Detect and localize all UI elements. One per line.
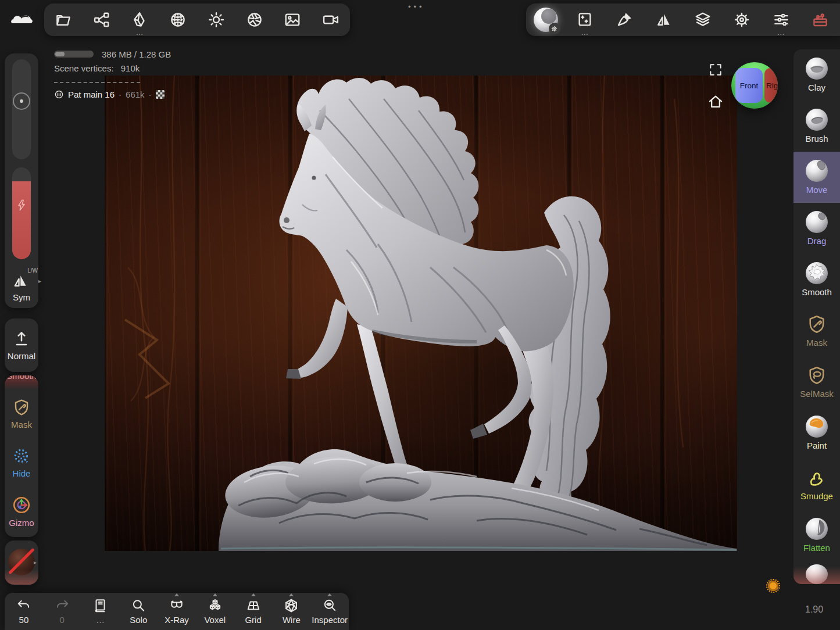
drag-label: Drag (807, 236, 827, 246)
move-label: Move (806, 185, 828, 195)
layer-dot2: · (149, 90, 152, 99)
stroke-normal-button[interactable]: Normal (5, 318, 38, 372)
zoom-level: 1.90 (805, 604, 823, 615)
left-slider-panel: L/W ▸ Sym (5, 53, 38, 308)
tool-mask-right[interactable]: Mask (793, 305, 840, 356)
gizmo-right-label: Right (766, 81, 778, 90)
orange-gear-dot[interactable] (768, 581, 778, 591)
tool-gizmo[interactable]: Gizmo (5, 487, 38, 536)
nomad-sculpt-app: … ••• (0, 0, 840, 630)
image-icon[interactable] (274, 3, 312, 36)
gizmo-right-face[interactable]: Right (764, 68, 778, 103)
grid-label: Grid (245, 615, 261, 625)
multitask-indicator[interactable]: ••• (408, 2, 425, 11)
aperture-icon[interactable] (235, 3, 274, 36)
wireframe-icon (284, 598, 299, 613)
layer-row[interactable]: Pat main 16 · 661k · (54, 90, 171, 99)
bottom-toolbar: 50 0 … Solo X-Ray Voxel Grid (5, 593, 349, 630)
undo-button[interactable]: 50 (5, 593, 43, 630)
tool-brush[interactable]: Brush (793, 101, 840, 152)
material-sphere-icon[interactable] (526, 3, 566, 36)
gizmo-front-face[interactable]: Front (735, 68, 763, 103)
tool-clay[interactable]: Clay (793, 49, 840, 101)
brush-label: Brush (805, 134, 828, 144)
clay-label: Clay (808, 83, 825, 92)
app-logo-icon[interactable] (8, 9, 35, 28)
paint-sphere-icon (806, 416, 828, 438)
horse-sculpture-scene (105, 76, 737, 551)
tool-smooth-clipped[interactable]: Smooth (5, 375, 38, 389)
lighting-sun-icon[interactable] (197, 3, 235, 36)
brush-intensity-slider[interactable] (12, 167, 31, 259)
flatten-sphere-icon (806, 518, 828, 540)
tool-list: Clay Brush Move Drag Smooth (793, 49, 840, 584)
lightning-icon (15, 198, 28, 213)
stamps-more-dots: … (581, 30, 589, 35)
layer-vertices: 661k (126, 90, 145, 99)
undo-arrow-icon (16, 598, 31, 613)
smooth-sphere-icon (806, 262, 828, 284)
mask-label: Mask (11, 420, 32, 429)
top-toolbar-right: … … (526, 3, 840, 36)
orientation-gizmo[interactable]: Front Right (731, 62, 778, 109)
toggle-solo[interactable]: Solo (119, 593, 158, 630)
sym-expand-arrow[interactable]: ▸ (38, 278, 41, 284)
history-button[interactable]: … (81, 593, 120, 630)
toggle-inspector[interactable]: Inspector (310, 593, 349, 630)
vertices-label: Scene vertices: (54, 63, 114, 73)
scene-graph-icon[interactable] (83, 3, 121, 36)
shield-brush-icon (806, 314, 827, 335)
arrow-up-icon (12, 330, 31, 348)
selmask-label: SelMask (800, 389, 834, 399)
interface-sliders-icon[interactable]: … (762, 3, 801, 36)
tool-smudge[interactable]: Smudge (793, 459, 840, 510)
size-slider-handle[interactable] (13, 92, 30, 110)
material-expand-arrow[interactable]: ▸ (34, 559, 37, 565)
undo-count: 50 (19, 615, 29, 625)
stamps-icon[interactable]: … (566, 3, 605, 36)
tool-drag[interactable]: Drag (793, 203, 840, 254)
redo-button[interactable]: 0 (43, 593, 81, 630)
paint-label: Paint (807, 441, 827, 450)
layer-dot: · (119, 90, 121, 99)
toggle-voxel[interactable]: Voxel (196, 593, 234, 630)
toggle-wire[interactable]: Wire (272, 593, 310, 630)
tool-smooth[interactable]: Smooth (793, 254, 840, 305)
vertices-value: 910k (121, 63, 140, 73)
mesh-icon[interactable]: … (121, 3, 159, 36)
toolbox-icon[interactable] (801, 3, 840, 36)
tool-paint[interactable]: Paint (793, 407, 840, 459)
toggle-grid[interactable]: Grid (234, 593, 273, 630)
symmetry-toggle[interactable]: L/W ▸ Sym (5, 272, 38, 302)
tool-selmask[interactable]: SelMask (793, 356, 840, 407)
symmetry-mirror-icon[interactable] (644, 3, 684, 36)
folder-icon[interactable] (44, 3, 83, 36)
shield-brush-icon (12, 398, 31, 417)
paintbrush-icon[interactable] (605, 3, 644, 36)
checker-icon (156, 90, 165, 99)
tool-move[interactable]: Move (793, 152, 840, 203)
scene-stats: 386 MB / 1.28 GB Scene vertices: 910k Pa… (54, 49, 171, 99)
symmetry-mirror-icon (11, 272, 28, 289)
dotted-blob-icon (12, 447, 31, 466)
settings-gear-icon[interactable] (723, 3, 762, 36)
redo-arrow-icon (55, 598, 70, 613)
cubes-icon (208, 598, 223, 613)
toggle-xray[interactable]: X-Ray (158, 593, 196, 630)
home-icon[interactable] (707, 93, 724, 110)
brush-sphere-icon (806, 109, 828, 131)
material-sphere-panel[interactable]: ▸ (5, 540, 38, 585)
magnifier-icon (131, 598, 146, 613)
tool-flatten[interactable]: Flatten (793, 510, 840, 561)
smooth-label: Smooth (6, 375, 37, 381)
brush-size-slider[interactable] (12, 59, 31, 159)
tool-hide[interactable]: Hide (5, 438, 38, 487)
fullscreen-brackets-icon[interactable] (708, 62, 723, 77)
redo-count: 0 (60, 615, 65, 625)
viewport-canvas[interactable] (105, 76, 737, 551)
voxel-label: Voxel (204, 615, 226, 625)
tool-mask[interactable]: Mask (5, 389, 38, 438)
video-camera-icon[interactable] (312, 3, 350, 36)
topology-sphere-icon[interactable] (159, 3, 197, 36)
layers-icon[interactable] (683, 3, 723, 36)
